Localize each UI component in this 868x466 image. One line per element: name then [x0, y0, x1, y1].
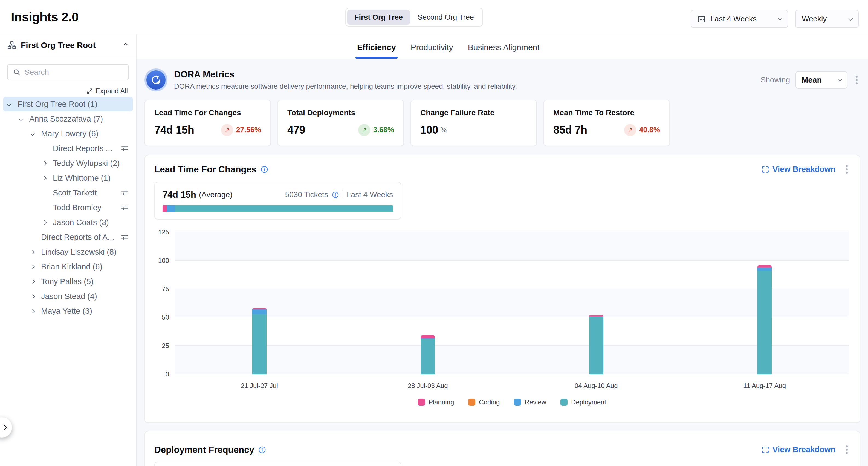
filter-icon[interactable]: [121, 233, 129, 241]
trend-badge: ↗3.68%: [358, 124, 394, 136]
view-breakdown-label: View Breakdown: [773, 445, 835, 454]
app-title: Insights 2.0: [11, 9, 79, 24]
tabs: Efficiency Productivity Business Alignme…: [356, 36, 541, 59]
info-icon[interactable]: [332, 191, 339, 199]
expand-view-icon: [762, 166, 769, 173]
chevron-down-icon[interactable]: [8, 103, 18, 106]
tree-item[interactable]: Maya Yette (3): [3, 303, 133, 318]
tree-item-label: First Org Tree Root (1): [18, 100, 129, 109]
tree-item[interactable]: Scott Tarkett: [3, 185, 133, 200]
y-axis-tick-label: 125: [150, 228, 169, 236]
lead-time-menu-button[interactable]: [843, 163, 850, 176]
summary-value: 74d 15h: [162, 190, 196, 200]
granularity-dropdown[interactable]: Weekly: [795, 10, 859, 28]
y-axis-tick-label: 75: [150, 285, 169, 293]
phase-segment-planning: [162, 205, 167, 212]
tree-item-label: Scott Tarkett: [53, 188, 119, 197]
metric-delta: 27.56%: [236, 126, 261, 134]
sidebar-collapse-button[interactable]: [123, 41, 129, 49]
metric-card: Lead Time For Changes74d 15h↗27.56%: [145, 100, 271, 146]
trend-arrow-icon: ↗: [624, 124, 636, 136]
org-sidebar: First Org Tree Root Expand All: [0, 34, 136, 466]
deployment-frequency-menu-button[interactable]: [843, 443, 850, 456]
y-axis-tick-label: 50: [150, 314, 169, 321]
trend-arrow-icon: ↗: [221, 124, 233, 136]
chevron-down-icon[interactable]: [20, 117, 29, 120]
phase-distribution-bar: [162, 205, 393, 212]
tree-item[interactable]: First Org Tree Root (1): [3, 97, 133, 111]
tree-item[interactable]: Todd Bromley: [3, 200, 133, 215]
tree-item[interactable]: Lindsay Liszewski (8): [3, 244, 133, 259]
tree-item[interactable]: Mary Lowery (6): [3, 126, 133, 141]
chevron-right-icon[interactable]: [31, 310, 41, 313]
info-icon[interactable]: [260, 165, 269, 174]
view-breakdown-link[interactable]: View Breakdown: [762, 165, 835, 174]
tree-item[interactable]: Tony Pallas (5): [3, 274, 133, 289]
metric-delta: 3.68%: [373, 126, 394, 134]
tree-item[interactable]: Liz Whittome (1): [3, 171, 133, 185]
metric-value: 74d 15h: [154, 124, 194, 136]
metric-value: 85d 7h: [553, 124, 587, 136]
filter-icon[interactable]: [121, 144, 129, 152]
deployment-frequency-header: Deployment Frequency: [154, 431, 850, 456]
deployment-frequency-summary-card: [154, 462, 401, 466]
stacked-bar[interactable]: [421, 335, 435, 374]
chevron-down-icon: [778, 16, 782, 21]
legend-label: Coding: [479, 398, 500, 406]
chevron-right-icon[interactable]: [31, 295, 41, 298]
chevron-right-icon[interactable]: [43, 162, 53, 165]
tree-item[interactable]: Jason Coats (3): [3, 215, 133, 230]
tree-item[interactable]: Brian Kirkland (6): [3, 259, 133, 274]
stacked-bar[interactable]: [252, 308, 267, 374]
legend-swatch: [418, 399, 425, 406]
stacked-bar[interactable]: [757, 265, 772, 374]
tab-business-alignment[interactable]: Business Alignment: [467, 36, 541, 59]
tree-item[interactable]: Anna Scozzafava (7): [3, 111, 133, 126]
chevron-right-icon[interactable]: [43, 177, 53, 180]
aggregation-value: Mean: [802, 76, 838, 85]
gridline: [175, 345, 849, 346]
expand-all-link[interactable]: Expand All: [87, 87, 128, 95]
tree-item[interactable]: Jason Stead (4): [3, 289, 133, 303]
search-input[interactable]: [25, 68, 123, 77]
chevron-right-icon[interactable]: [31, 265, 41, 268]
date-range-value: Last 4 Weeks: [710, 14, 774, 23]
legend-label: Planning: [429, 398, 454, 406]
search-icon: [12, 68, 21, 77]
filter-icon[interactable]: [121, 203, 129, 212]
dora-menu-button[interactable]: [853, 74, 860, 87]
tab-efficiency[interactable]: Efficiency: [356, 36, 397, 59]
info-icon[interactable]: [258, 446, 266, 454]
expand-view-icon: [762, 446, 769, 454]
lead-time-header: Lead Time For Changes: [154, 155, 850, 176]
chevron-right-icon[interactable]: [43, 221, 53, 224]
tree-item[interactable]: Teddy Wylupski (2): [3, 156, 133, 171]
view-breakdown-link[interactable]: View Breakdown: [762, 445, 835, 454]
x-axis-tick-label: 28 Jul-03 Aug: [408, 382, 448, 389]
org-tree: First Org Tree Root (1)Anna Scozzafava (…: [3, 97, 133, 318]
expand-all-label: Expand All: [95, 87, 128, 95]
tree-item[interactable]: Direct Reports ...: [3, 141, 133, 156]
stacked-bar[interactable]: [589, 315, 603, 374]
dora-icon: [145, 68, 167, 91]
main-area: Efficiency Productivity Business Alignme…: [136, 34, 868, 466]
aggregation-dropdown[interactable]: Mean: [796, 71, 847, 89]
gridline: [175, 232, 849, 232]
tree-item[interactable]: Direct Reports of A...: [3, 230, 133, 244]
chevron-down-icon[interactable]: [31, 132, 41, 135]
tab-productivity[interactable]: Productivity: [410, 36, 454, 59]
legend-swatch: [468, 399, 475, 406]
filter-icon[interactable]: [121, 188, 129, 197]
metric-unit: %: [440, 126, 446, 134]
chevron-right-icon[interactable]: [31, 251, 41, 254]
tabs-row: Efficiency Productivity Business Alignme…: [136, 34, 868, 59]
org-tab-second[interactable]: Second Org Tree: [410, 10, 481, 25]
sidebar-search: [7, 64, 129, 81]
chevron-right-icon[interactable]: [31, 280, 41, 283]
x-axis-tick-label: 11 Aug-17 Aug: [743, 382, 786, 389]
trend-arrow-icon: ↗: [358, 124, 370, 136]
org-tab-first[interactable]: First Org Tree: [347, 10, 410, 25]
lead-time-panel: Lead Time For Changes: [145, 155, 860, 423]
date-range-dropdown[interactable]: Last 4 Weeks: [691, 10, 788, 28]
chart-plot-area: 025507510012521 Jul-27 Jul28 Jul-03 Aug0…: [175, 232, 849, 374]
